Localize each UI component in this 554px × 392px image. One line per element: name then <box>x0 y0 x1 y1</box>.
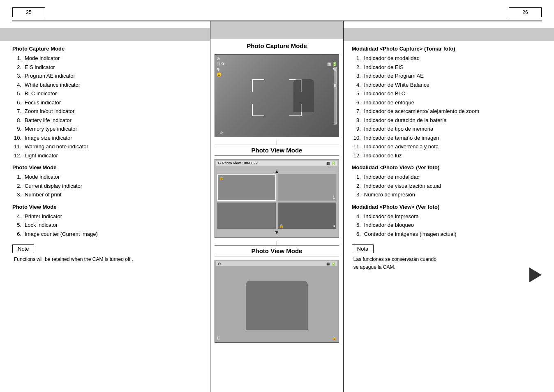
page-number-right: 26 <box>509 7 542 17</box>
page-wrapper: 25 26 Photo Capture Mode 1. Mode indicat… <box>0 0 554 392</box>
photo-view-list2-left: 4. Printer indicator 5. Lock indicator 6… <box>12 212 202 238</box>
main-content: Photo Capture Mode 1. Mode indicator 2. … <box>0 21 554 392</box>
light-indicator: Light indicator <box>25 152 202 160</box>
note-label-left: Note <box>12 244 34 253</box>
photo-view-single-display: ⊙ ▦ 🔋 ⊡ 🔒 <box>215 260 339 342</box>
lock-icon-2: 🔒 <box>279 224 284 228</box>
note-text-right-2: se apague la CAM. <box>352 263 542 271</box>
center-photo-capture-label: Photo Capture Mode <box>215 39 339 51</box>
list-item: 12. Indicador de luz <box>352 152 542 160</box>
list-item: 11. Warning and note indicator <box>12 143 202 151</box>
lock-icon-single: 🔒 <box>332 336 337 340</box>
photo-view-title1-left: Photo View Mode <box>12 164 202 171</box>
note-section-right: Nota Las funciones se conservarán cuando… <box>352 244 542 271</box>
photo-view-image-2: ⊙ ▦ 🔋 ⊡ 🔒 <box>215 260 339 343</box>
photo-view-grid-display: ⊙ Photo View 100-0022 ▦ 🔋 ▲ 🔒 1 <box>215 159 339 238</box>
list-item: 7. Indicador de acercamiento/ alejamient… <box>352 107 542 115</box>
photo-view-image-1: ⊙ Photo View 100-0022 ▦ 🔋 ▲ 🔒 1 <box>215 159 339 238</box>
center-column: Photo Capture Mode ⊙ ⊡ ✿ ❋ 🙂 ▦ 🔋 <box>210 21 344 392</box>
list-item: 2. Indicador de visualización actual <box>352 182 542 190</box>
photo-view-topbar: ⊙ Photo View 100-0022 ▦ 🔋 <box>216 161 337 166</box>
battery-life-indicator: Battery life indicator <box>25 116 202 125</box>
photo-capture-image: ⊙ ⊡ ✿ ❋ 🙂 ▦ 🔋 W <box>215 54 339 137</box>
printer-icon: ⊡ <box>217 336 220 340</box>
list-item: 10. Indicador de tamaño de imagen <box>352 134 542 142</box>
list-item: 5. BLC indicator <box>12 90 202 98</box>
memory-type-indicator: Memory type indicator <box>25 125 202 133</box>
focus-bracket-bl <box>252 104 264 116</box>
photo-view-list2-right: 4. Indicador de impresora 5. Indicador d… <box>352 212 542 238</box>
zoom-bar <box>334 67 337 125</box>
note-text-left: Functions will be retained when the CAM … <box>12 256 202 263</box>
list-item: 5. Lock indicator <box>12 221 202 229</box>
triangle-right-icon <box>529 267 542 282</box>
left-section-header <box>0 28 210 41</box>
note-text-right-1: Las funciones se conservarán cuando <box>352 256 542 263</box>
list-item: 1. Indicador de modalidad <box>352 54 542 62</box>
cam-icon4: 🙂 <box>217 72 224 77</box>
list-item: 1. Mode indicator <box>12 173 202 181</box>
photo-view-title2-right: Modalidad <Photo View> (Ver foto) <box>352 204 542 210</box>
list-item: 6. Indicador de enfoque <box>352 99 542 107</box>
list-item: 9. Indicador de tipo de memoria <box>352 125 542 133</box>
photo-thumb-1: 🔒 <box>217 174 276 201</box>
list-item: 4. Indicador de impresora <box>352 212 542 221</box>
focus-bracket-tl <box>252 79 264 92</box>
list-item: 3. Número de impresión <box>352 191 542 199</box>
list-item: 3. Indicador de Program AE <box>352 72 542 80</box>
cam-bottom-icon: ☺ <box>219 130 223 135</box>
photo-view-title2-left: Photo View Mode <box>12 204 202 210</box>
center-section-header <box>210 21 343 39</box>
right-column: Modalidad <Photo Capture> (Tomar foto) 1… <box>344 21 554 392</box>
list-item: 2. Current display indicator <box>12 182 202 190</box>
photo-capture-title-right: Modalidad <Photo Capture> (Tomar foto) <box>352 46 542 52</box>
photo-thumb-3 <box>217 202 276 229</box>
list-item: 3. Number of print <box>12 191 202 199</box>
arrow-up-icon: ▲ <box>275 168 279 174</box>
warning-note-indicator: Warning and note indicator <box>25 143 202 151</box>
photo-view-single-icons-right: ▦ 🔋 <box>326 262 336 266</box>
subject-silhouette <box>293 79 314 112</box>
photo-view-single-topbar: ⊙ ▦ 🔋 <box>216 261 337 266</box>
left-column: Photo Capture Mode 1. Mode indicator 2. … <box>0 21 210 392</box>
list-item: 9. Memory type indicator <box>12 125 202 133</box>
lock-icon-1: 🔒 <box>219 176 224 180</box>
photo-view-topbar-icons: ▦ 🔋 <box>326 161 336 165</box>
list-item: 6. Contador de imágenes (imagen actual) <box>352 230 542 238</box>
print-num-2: 3 <box>333 224 335 228</box>
current-display-indicator: Current display indicator <box>25 182 202 190</box>
center-photo-view-label2: Photo View Mode <box>215 245 339 256</box>
list-item: 6. Focus indicator <box>12 99 202 107</box>
connector-line-2 <box>277 241 277 245</box>
list-item: 2. EIS indicator <box>12 63 202 71</box>
connector-line-1 <box>277 141 277 145</box>
photo-capture-list-left: 1. Mode indicator 2. EIS indicator 3. Pr… <box>12 54 202 159</box>
photo-thumb-4: 🔒 3 <box>277 202 337 229</box>
list-item: 4. White balance indicator <box>12 81 202 89</box>
photo-thumb-2: 1 <box>277 174 337 201</box>
list-item: 8. Battery life indicator <box>12 116 202 125</box>
photo-view-title1-right: Modalidad <Photo View> (Ver foto) <box>352 164 542 171</box>
photo-view-list1-left: 1. Mode indicator 2. Current display ind… <box>12 173 202 199</box>
cam-mode-icon: ⊙ <box>217 56 224 61</box>
list-item: 5. Indicador de BLC <box>352 90 542 98</box>
print-num-1: 1 <box>333 196 335 200</box>
right-section-header <box>344 28 554 41</box>
list-item: 11. Indicador de advertencia y nota <box>352 143 542 151</box>
photo-capture-title-left: Photo Capture Mode <box>12 46 202 52</box>
photo-grid: 🔒 1 🔒 3 <box>217 174 337 229</box>
note-label-right: Nota <box>352 244 374 253</box>
nav-triangle <box>529 267 542 284</box>
photo-view-list1-right: 1. Indicador de modalidad 2. Indicador d… <box>352 173 542 199</box>
photo-view-single-icon: ⊙ <box>218 262 221 266</box>
list-item: 8. Indicador de duración de la batería <box>352 116 542 125</box>
note-section-left: Note Functions will be retained when the… <box>12 244 202 263</box>
page-number-left: 25 <box>12 7 45 17</box>
photo-view-single-bottom: ⊡ 🔒 <box>217 336 337 340</box>
list-item: 1. Indicador de modalidad <box>352 173 542 181</box>
cam-icon3: ❋ <box>217 67 224 71</box>
list-item: 4. Printer indicator <box>12 212 202 221</box>
list-item: 6. Image counter (Current image) <box>12 230 202 238</box>
photo-capture-list-right: 1. Indicador de modalidad 2. Indicador d… <box>352 54 542 159</box>
photo-view-mode-icon: ⊙ Photo View 100-0022 <box>218 161 257 165</box>
